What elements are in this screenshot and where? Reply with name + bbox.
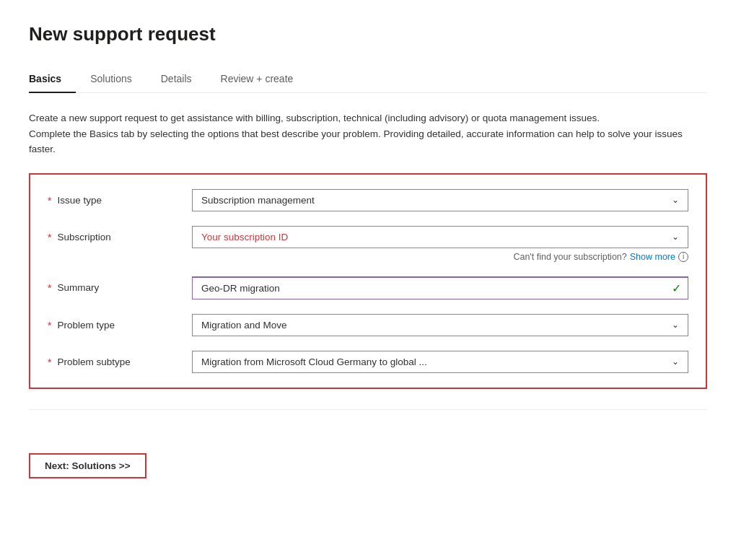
tab-solutions[interactable]: Solutions: [76, 66, 146, 93]
page-title: New support request: [29, 23, 707, 45]
issue-type-chevron-icon: ⌄: [672, 195, 679, 205]
problem-type-dropdown[interactable]: Migration and Move ⌄: [192, 314, 688, 336]
problem-subtype-field: Migration from Microsoft Cloud Germany t…: [192, 351, 688, 373]
problem-type-field: Migration and Move ⌄: [192, 314, 688, 336]
problem-subtype-required-star: *: [48, 356, 51, 368]
issue-type-value: Subscription management: [201, 195, 315, 206]
subscription-chevron-icon: ⌄: [672, 232, 679, 242]
summary-row: * Summary ✓: [48, 276, 688, 299]
show-more-link[interactable]: Show more: [630, 252, 675, 262]
tab-details[interactable]: Details: [146, 66, 206, 93]
summary-input[interactable]: [192, 276, 688, 299]
issue-type-label: * Issue type: [48, 189, 192, 206]
tabs-bar: Basics Solutions Details Review + create: [29, 66, 707, 93]
issue-type-dropdown[interactable]: Subscription management ⌄: [192, 189, 688, 211]
subscription-required-star: *: [48, 232, 51, 243]
subscription-help: Can't find your subscription? Show more …: [192, 252, 688, 262]
summary-input-container: ✓: [192, 276, 688, 299]
description-text: Create a new support request to get assi…: [29, 110, 707, 157]
summary-required-star: *: [48, 282, 51, 294]
summary-field: ✓: [192, 276, 688, 299]
next-solutions-button[interactable]: Next: Solutions >>: [29, 453, 146, 478]
subscription-value: Your subscription ID: [201, 232, 288, 242]
tab-basics[interactable]: Basics: [29, 66, 76, 93]
description-line2: Complete the Basics tab by selecting the…: [29, 128, 683, 155]
problem-subtype-row: * Problem subtype Migration from Microso…: [48, 351, 688, 373]
problem-type-label: * Problem type: [48, 314, 192, 331]
problem-type-required-star: *: [48, 320, 51, 331]
summary-checkmark-icon: ✓: [672, 281, 681, 294]
problem-subtype-value: Migration from Microsoft Cloud Germany t…: [201, 356, 427, 367]
basics-form: * Issue type Subscription management ⌄ *…: [29, 173, 707, 389]
description-line1: Create a new support request to get assi…: [29, 113, 600, 123]
problem-subtype-chevron-icon: ⌄: [672, 356, 679, 367]
issue-type-required-star: *: [48, 195, 51, 206]
problem-type-row: * Problem type Migration and Move ⌄: [48, 314, 688, 336]
subscription-row: * Subscription Your subscription ID ⌄ Ca…: [48, 226, 688, 262]
problem-type-value: Migration and Move: [201, 320, 287, 331]
tab-review-create[interactable]: Review + create: [206, 66, 308, 93]
subscription-help-text: Can't find your subscription?: [513, 252, 626, 262]
issue-type-row: * Issue type Subscription management ⌄: [48, 189, 688, 211]
divider: [29, 409, 707, 410]
subscription-dropdown[interactable]: Your subscription ID ⌄: [192, 226, 688, 248]
problem-type-chevron-icon: ⌄: [672, 320, 679, 330]
subscription-field: Your subscription ID ⌄ Can't find your s…: [192, 226, 688, 262]
problem-subtype-dropdown[interactable]: Migration from Microsoft Cloud Germany t…: [192, 351, 688, 373]
subscription-label: * Subscription: [48, 226, 192, 243]
problem-subtype-label: * Problem subtype: [48, 351, 192, 368]
summary-label: * Summary: [48, 276, 192, 294]
info-icon: i: [678, 252, 688, 262]
issue-type-field: Subscription management ⌄: [192, 189, 688, 211]
